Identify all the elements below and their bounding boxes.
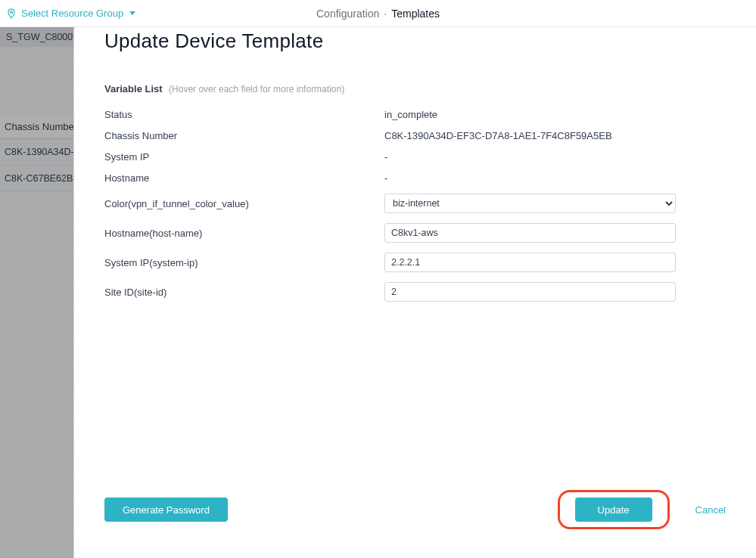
- select-resource-group[interactable]: Select Resource Group: [6, 7, 135, 20]
- update-button[interactable]: Update: [575, 498, 652, 522]
- row-hostname: Hostname(host-name): [104, 223, 726, 243]
- resource-group-label: Select Resource Group: [21, 8, 123, 19]
- system-ip-input[interactable]: [384, 253, 676, 272]
- hostname-input[interactable]: [384, 223, 676, 243]
- label-chassis: Chassis Number: [104, 130, 384, 141]
- breadcrumb: Configuration · Templates: [316, 8, 440, 20]
- row-site-id: Site ID(site-id): [104, 282, 726, 302]
- row-system-ip-static: System IP -: [104, 151, 726, 163]
- row-status: Status in_complete: [104, 109, 726, 120]
- label-hostname-static: Hostname: [104, 172, 384, 184]
- value-status: in_complete: [384, 109, 437, 120]
- variable-list-heading: Variable List (Hover over each field for…: [104, 82, 726, 95]
- cancel-link[interactable]: Cancel: [695, 504, 726, 516]
- update-device-template-panel: Update Device Template Variable List (Ho…: [73, 27, 756, 558]
- form: Status in_complete Chassis Number C8K-13…: [104, 109, 726, 312]
- row-hostname-static: Hostname -: [104, 172, 726, 184]
- variable-list-label: Variable List: [104, 83, 163, 95]
- location-pin-icon: [6, 7, 17, 20]
- breadcrumb-separator: ·: [384, 8, 387, 20]
- top-bar: Select Resource Group Configuration · Te…: [0, 0, 756, 27]
- value-chassis: C8K-1390A34D-EF3C-D7A8-1AE1-7F4C8F59A5EB: [384, 130, 612, 141]
- color-select[interactable]: biz-internet: [384, 194, 676, 213]
- update-button-highlight: Update: [558, 490, 670, 529]
- page-title: Update Device Template: [104, 29, 726, 53]
- label-color: Color(vpn_if_tunnel_color_value): [104, 198, 384, 209]
- svg-point-0: [11, 11, 13, 13]
- panel-footer: Generate Password Update Cancel: [104, 490, 726, 535]
- value-systemip-static: -: [384, 151, 387, 163]
- row-chassis-number: Chassis Number C8K-1390A34D-EF3C-D7A8-1A…: [104, 130, 726, 141]
- value-hostname-static: -: [384, 172, 387, 184]
- breadcrumb-current: Templates: [391, 8, 440, 20]
- label-siteid: Site ID(site-id): [104, 287, 384, 298]
- row-color: Color(vpn_if_tunnel_color_value) biz-int…: [104, 194, 726, 213]
- row-system-ip: System IP(system-ip): [104, 253, 726, 272]
- label-systemip: System IP(system-ip): [104, 257, 384, 268]
- label-status: Status: [104, 109, 384, 120]
- caret-down-icon: [129, 11, 135, 15]
- site-id-input[interactable]: [384, 282, 676, 302]
- breadcrumb-parent[interactable]: Configuration: [316, 8, 379, 20]
- variable-list-hint: (Hover over each field for more informat…: [169, 84, 344, 95]
- generate-password-button[interactable]: Generate Password: [104, 498, 228, 522]
- label-systemip-static: System IP: [104, 151, 384, 163]
- label-hostname: Hostname(host-name): [104, 228, 384, 239]
